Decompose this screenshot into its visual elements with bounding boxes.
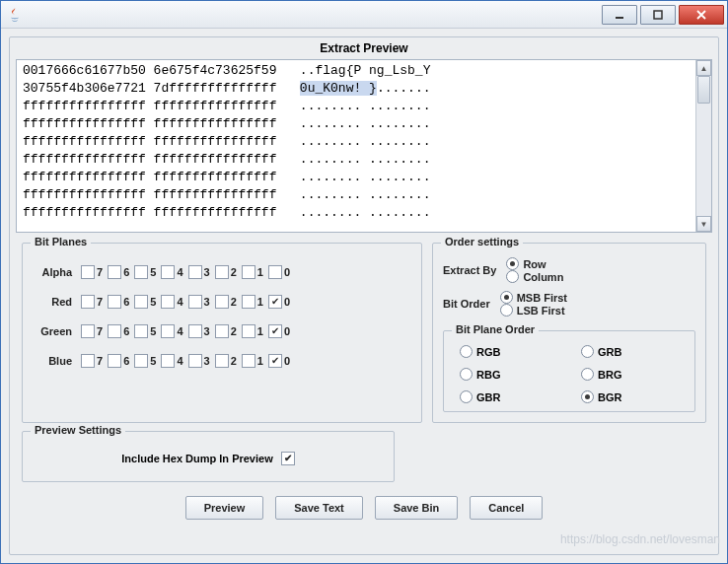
radio-icon[interactable]	[506, 257, 519, 270]
checkbox-icon[interactable]	[81, 324, 95, 338]
radio-icon[interactable]	[460, 345, 473, 358]
save-text-button[interactable]: Save Text	[275, 496, 363, 520]
radio-icon[interactable]	[506, 270, 519, 283]
checkbox-icon[interactable]	[134, 354, 148, 368]
radio-icon[interactable]	[500, 291, 513, 304]
bitplane-alpha-bit0[interactable]: 0	[268, 265, 290, 279]
checkbox-icon[interactable]	[242, 324, 255, 338]
checkbox-icon[interactable]	[188, 324, 202, 338]
extract-by-radio-row[interactable]: Row	[506, 257, 563, 270]
checkbox-icon[interactable]	[161, 295, 175, 309]
plane-order-radio-rbg[interactable]: RBG	[460, 368, 557, 381]
bitplane-red-bit4[interactable]: 4	[161, 295, 182, 309]
checkbox-icon[interactable]	[161, 265, 175, 279]
bitplane-alpha-bit3[interactable]: 3	[188, 265, 210, 279]
checkbox-icon[interactable]	[161, 324, 175, 338]
bit-order-radio-lsb-first[interactable]: LSB First	[500, 304, 567, 317]
checkbox-icon[interactable]	[242, 295, 255, 309]
bitplane-green-bit7[interactable]: 7	[81, 324, 103, 338]
bit-order-radio-msb-first[interactable]: MSB First	[500, 291, 567, 304]
radio-icon[interactable]	[581, 368, 594, 381]
bitplane-green-bit2[interactable]: 2	[215, 324, 237, 338]
bitplane-blue-bit2[interactable]: 2	[215, 354, 237, 368]
maximize-button[interactable]	[640, 5, 676, 25]
checkbox-icon[interactable]	[108, 324, 121, 338]
checkbox-icon[interactable]	[215, 295, 229, 309]
bitplane-red-bit0[interactable]: 0	[268, 295, 290, 309]
plane-order-radio-rgb[interactable]: RGB	[460, 345, 557, 358]
bitplane-blue-bit5[interactable]: 5	[134, 354, 156, 368]
bitplane-green-bit1[interactable]: 1	[242, 324, 263, 338]
scroll-down-button[interactable]: ▼	[696, 216, 711, 232]
include-hex-checkbox[interactable]	[281, 452, 295, 465]
bitplane-alpha-bit4[interactable]: 4	[161, 265, 182, 279]
bitplane-blue-bit6[interactable]: 6	[108, 354, 129, 368]
close-button[interactable]	[679, 5, 724, 25]
scroll-up-button[interactable]: ▲	[696, 60, 711, 76]
minimize-button[interactable]	[602, 5, 637, 25]
checkbox-icon[interactable]	[81, 295, 95, 309]
checkbox-icon[interactable]	[188, 265, 202, 279]
cancel-button[interactable]: Cancel	[470, 496, 543, 520]
save-bin-button[interactable]: Save Bin	[375, 496, 458, 520]
bitplane-alpha-bit7[interactable]: 7	[81, 265, 103, 279]
checkbox-icon[interactable]	[215, 354, 229, 368]
scroll-track[interactable]	[696, 76, 711, 216]
plane-order-radio-bgr[interactable]: BGR	[581, 390, 679, 403]
bitplane-red-bit2[interactable]: 2	[215, 295, 237, 309]
checkbox-icon[interactable]	[242, 354, 255, 368]
bit-label: 7	[97, 325, 103, 337]
plane-order-radio-grb[interactable]: GRB	[581, 345, 679, 358]
checkbox-icon[interactable]	[81, 354, 95, 368]
bitplane-green-bit0[interactable]: 0	[268, 324, 290, 338]
checkbox-icon[interactable]	[268, 324, 282, 338]
bitplane-green-bit5[interactable]: 5	[134, 324, 156, 338]
bitplane-red-bit3[interactable]: 3	[188, 295, 210, 309]
bitplane-green-bit4[interactable]: 4	[161, 324, 182, 338]
bitplane-red-bit7[interactable]: 7	[81, 295, 103, 309]
bitplane-blue-bit7[interactable]: 7	[81, 354, 103, 368]
checkbox-icon[interactable]	[108, 295, 121, 309]
preview-button[interactable]: Preview	[185, 496, 264, 520]
checkbox-icon[interactable]	[134, 324, 148, 338]
preview-settings-legend: Preview Settings	[31, 424, 125, 436]
radio-icon[interactable]	[460, 390, 473, 403]
checkbox-icon[interactable]	[188, 295, 202, 309]
checkbox-icon[interactable]	[268, 354, 282, 368]
checkbox-icon[interactable]	[215, 324, 229, 338]
bitplane-blue-bit4[interactable]: 4	[161, 354, 182, 368]
bitplane-alpha-bit2[interactable]: 2	[215, 265, 237, 279]
plane-order-radio-brg[interactable]: BRG	[581, 368, 679, 381]
extract-by-radio-column[interactable]: Column	[506, 270, 563, 283]
bitplane-green-bit6[interactable]: 6	[108, 324, 129, 338]
checkbox-icon[interactable]	[215, 265, 229, 279]
scroll-thumb[interactable]	[697, 76, 710, 104]
plane-order-radio-gbr[interactable]: GBR	[460, 390, 557, 403]
bitplane-alpha-bit1[interactable]: 1	[242, 265, 263, 279]
bitplane-red-bit5[interactable]: 5	[134, 295, 156, 309]
checkbox-icon[interactable]	[242, 265, 255, 279]
checkbox-icon[interactable]	[108, 265, 121, 279]
radio-icon[interactable]	[581, 390, 594, 403]
radio-icon[interactable]	[581, 345, 594, 358]
hex-dump-text[interactable]: 0017666c61677b50 6e675f4c73625f59 ..flag…	[17, 60, 695, 232]
checkbox-icon[interactable]	[134, 295, 148, 309]
checkbox-icon[interactable]	[268, 265, 282, 279]
checkbox-icon[interactable]	[188, 354, 202, 368]
checkbox-icon[interactable]	[81, 265, 95, 279]
checkbox-icon[interactable]	[108, 354, 121, 368]
bitplane-blue-bit0[interactable]: 0	[268, 354, 290, 368]
radio-icon[interactable]	[460, 368, 473, 381]
bitplane-alpha-bit5[interactable]: 5	[134, 265, 156, 279]
vertical-scrollbar[interactable]: ▲ ▼	[695, 60, 711, 232]
bitplane-red-bit6[interactable]: 6	[108, 295, 129, 309]
bitplane-blue-bit3[interactable]: 3	[188, 354, 210, 368]
radio-icon[interactable]	[500, 304, 513, 317]
bitplane-green-bit3[interactable]: 3	[188, 324, 210, 338]
checkbox-icon[interactable]	[134, 265, 148, 279]
bitplane-alpha-bit6[interactable]: 6	[108, 265, 129, 279]
bitplane-red-bit1[interactable]: 1	[242, 295, 263, 309]
bitplane-blue-bit1[interactable]: 1	[242, 354, 263, 368]
checkbox-icon[interactable]	[161, 354, 175, 368]
checkbox-icon[interactable]	[268, 295, 282, 309]
